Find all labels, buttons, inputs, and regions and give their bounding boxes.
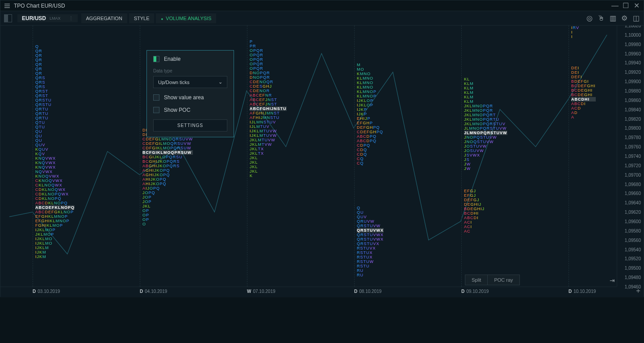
y-tick-label: 1,09800 [625, 126, 641, 131]
y-tick-label: 1,09980 [625, 42, 641, 47]
tpo-row: J K L M O P [35, 232, 75, 237]
tpo-row: O P [142, 208, 193, 213]
data-type-select[interactable]: Up/Down ticks ⌄ [153, 76, 227, 88]
x-tick-label: D10.10.2019 [569, 289, 596, 294]
tpo-row: I R V [571, 25, 596, 30]
tpo-row: A C D [571, 106, 596, 110]
tpo-row: I J L M N S T U V [250, 120, 287, 124]
tpo-row: B C D H I [464, 211, 507, 216]
y-tick-label: 1,09920 [625, 70, 641, 75]
show-value-area-checkbox[interactable] [153, 94, 159, 101]
tpo-row: J L M N O P Q R S T U V W [464, 126, 507, 131]
tpo-row: C K N O Q V W X [35, 178, 75, 183]
tpo-row: Q R [35, 58, 75, 62]
tpo-row: J N O P Q S T U V W [464, 135, 507, 140]
show-poc-checkbox[interactable] [153, 107, 159, 113]
tpo-row: D E F G H P Q [357, 125, 384, 130]
tpo-row: R U [357, 268, 384, 273]
tpo-row: Q R S T U V W X [357, 233, 384, 237]
poc-ray-button[interactable]: POC ray [488, 275, 519, 285]
settings-button[interactable]: SETTINGS [153, 119, 227, 131]
tpo-row: E F G H P [357, 121, 384, 125]
y-tick-label: 1,09720 [625, 163, 641, 168]
y-axis: 1,100201,100001,099801,099601,099401,099… [617, 25, 644, 287]
mouse-icon[interactable]: 🖱 [597, 14, 605, 22]
tpo-row: O P Q R [250, 66, 287, 71]
tpo-row: R S T U X [357, 250, 384, 255]
tpo-row: I J K M [35, 254, 75, 259]
tpo-row: A B C D I [464, 216, 507, 220]
tpo-row: E F G J [464, 193, 507, 198]
tpo-row: I J K P [357, 107, 384, 112]
maximize-icon[interactable]: ☐ [622, 2, 629, 9]
y-tick-label: 1,10020 [625, 25, 641, 28]
collapse-arrow-icon[interactable]: ⇥ [610, 277, 615, 284]
tpo-row: R S T U V X [357, 246, 384, 250]
chevron-down-icon: ⋮ [69, 16, 73, 21]
tpo-row: B D E F G I [571, 79, 596, 84]
tpo-row: Q R S [35, 85, 75, 89]
close-icon[interactable]: ✕ [633, 2, 640, 9]
chart-area[interactable]: Q Q R Q R Q R Q R Q R Q R Q R S Q R S Q … [0, 25, 644, 297]
enable-checkbox[interactable] [153, 56, 159, 62]
tpo-row: A B C E F N R [250, 93, 287, 97]
tpo-row: A B C D E F K L N O P Q [35, 205, 75, 210]
tpo-row: I J K L O P [357, 98, 384, 103]
tpo-row: O P Q R [250, 57, 287, 62]
add-panel-icon[interactable]: ＋ [635, 286, 642, 296]
panels-icon[interactable]: ▥ [609, 14, 617, 22]
style-button[interactable]: STYLE [129, 13, 155, 23]
aggregation-button[interactable]: AGGREGATION [81, 13, 127, 23]
tpo-row: K N O Q V W X [35, 174, 75, 178]
tpo-row: J W [464, 166, 507, 171]
tpo-row: K L M N O P [357, 94, 384, 98]
y-tick-label: 1,09560 [625, 237, 641, 242]
tpo-row: I J K L M T U V W [250, 129, 287, 133]
tpo-row: K L M N O [357, 80, 384, 85]
tpo-row: C D Q [357, 148, 384, 152]
tpo-row: R U [357, 273, 384, 277]
chevron-down-icon: ⌄ [218, 79, 222, 85]
tpo-row: E H I J P [357, 116, 384, 121]
tpo-row: C D E N O Q R [250, 80, 287, 84]
y-tick-label: 1,09660 [625, 191, 641, 196]
tpo-row: I J K L M [35, 246, 75, 250]
tpo-row: Q U [35, 129, 75, 134]
y-tick-label: 1,09960 [625, 51, 641, 56]
x-axis: D03.10.2019D04.10.2019W07.10.2019D08.10.… [0, 287, 617, 297]
tpo-row: M O [357, 67, 384, 72]
minimize-icon[interactable]: — [611, 2, 619, 9]
tpo-row: A B C E F J N S T [250, 102, 287, 106]
sidebar-toggle-icon[interactable]: ◫ [632, 14, 640, 22]
tpo-row: I J K P [357, 112, 384, 116]
layout-toggle-icon[interactable] [4, 14, 12, 22]
tpo-row: J K L [250, 156, 287, 160]
symbol-selector[interactable]: EUR/USD LMAX ⋮ [17, 14, 78, 22]
tpo-row: A F H I J M N S T U [250, 115, 287, 120]
tpo-row: A C I [464, 224, 507, 229]
hamburger-icon[interactable] [4, 3, 10, 9]
tpo-row: B C D E F G H I [571, 84, 596, 88]
tpo-row: J K L M N O P Q R S T U V [464, 122, 507, 126]
symbol-exchange: LMAX [50, 16, 61, 21]
drawing-tools-icon[interactable]: ◎ [585, 14, 594, 22]
tpo-row: Q R [35, 62, 75, 67]
tpo-row: K M N O [357, 72, 384, 76]
show-poc-label: Show POC [164, 107, 190, 113]
chart-main[interactable]: Q Q R Q R Q R Q R Q R Q R Q R S Q R S Q … [0, 25, 617, 287]
tpo-row: Q R S T U [35, 102, 75, 107]
y-tick-label: 1,09580 [625, 228, 641, 233]
y-tick-label: 1,09680 [625, 182, 641, 186]
tpo-row: D N O P Q R [250, 75, 287, 80]
volume-analysis-button[interactable]: VOLUME ANALYSIS [156, 13, 216, 23]
tpo-row: Q T U [35, 125, 75, 129]
tpo-row: Q R S T [35, 89, 75, 93]
tpo-row: A B G H I J K O P Q R S [142, 164, 193, 168]
tpo-row: Q [357, 206, 384, 210]
gear-icon[interactable]: ⚙ [620, 14, 628, 22]
tpo-row: F G H I K L M O P [35, 223, 75, 228]
split-button[interactable]: Split [465, 275, 488, 285]
tpo-row: Q R [35, 67, 75, 71]
tpo-row: Q R S T U [35, 98, 75, 102]
tpo-row: Q R T U [35, 111, 75, 116]
